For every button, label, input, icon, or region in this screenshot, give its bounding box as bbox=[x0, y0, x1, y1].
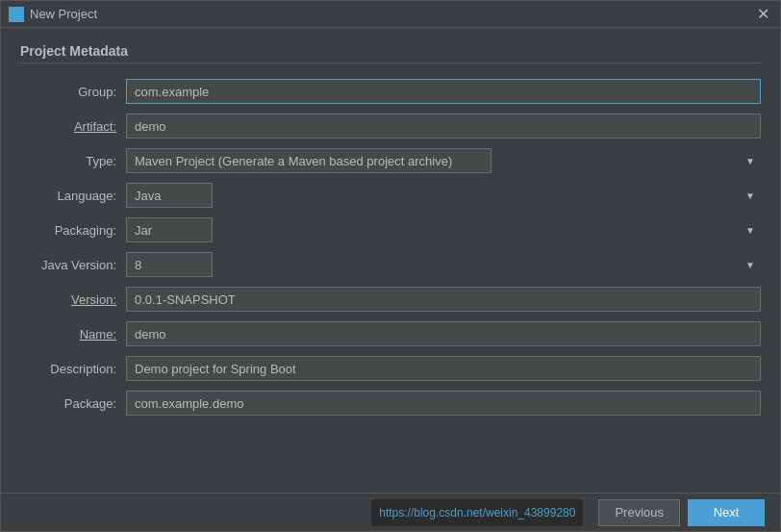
title-bar: New Project ✕ bbox=[1, 1, 780, 28]
packaging-select[interactable]: Jar War bbox=[126, 217, 213, 242]
version-label: Version: bbox=[20, 292, 126, 307]
group-label: Group: bbox=[20, 85, 126, 99]
section-title: Project Metadata bbox=[20, 43, 761, 63]
new-project-window: New Project ✕ Project Metadata Group: Ar… bbox=[0, 0, 781, 532]
package-input[interactable] bbox=[126, 391, 761, 416]
artifact-input-wrapper bbox=[126, 114, 761, 139]
type-select-arrow: ▼ bbox=[745, 156, 755, 166]
description-input-wrapper bbox=[126, 356, 761, 381]
previous-button[interactable]: Previous bbox=[598, 499, 680, 526]
window-title: New Project bbox=[30, 7, 97, 21]
window-icon bbox=[9, 7, 24, 22]
artifact-label: Artifact: bbox=[20, 119, 126, 134]
package-input-wrapper bbox=[126, 391, 761, 416]
packaging-select-wrapper: Jar War ▼ bbox=[126, 217, 761, 242]
language-select-arrow: ▼ bbox=[745, 190, 755, 201]
title-bar-left: New Project bbox=[9, 7, 97, 22]
packaging-select-arrow: ▼ bbox=[745, 225, 755, 236]
language-select-wrapper: Java Kotlin Groovy ▼ bbox=[126, 183, 761, 208]
url-bar: https://blog.csdn.net/weixin_43899280 bbox=[371, 499, 583, 526]
description-label: Description: bbox=[20, 362, 126, 376]
dialog-content: Project Metadata Group: Artifact: Type: bbox=[1, 28, 780, 493]
package-label: Package: bbox=[20, 396, 126, 411]
java-version-select-arrow: ▼ bbox=[745, 260, 755, 270]
group-input-wrapper bbox=[126, 79, 761, 104]
type-select[interactable]: Maven Project (Generate a Maven based pr… bbox=[126, 148, 491, 173]
group-input[interactable] bbox=[126, 79, 761, 104]
next-button[interactable]: Next bbox=[688, 499, 765, 526]
name-input-wrapper bbox=[126, 321, 761, 346]
type-select-wrapper: Maven Project (Generate a Maven based pr… bbox=[126, 148, 761, 173]
version-input-wrapper bbox=[126, 287, 761, 312]
type-label: Type: bbox=[20, 154, 126, 168]
packaging-label: Packaging: bbox=[20, 223, 126, 238]
language-select[interactable]: Java Kotlin Groovy bbox=[126, 183, 213, 208]
java-version-label: Java Version: bbox=[20, 258, 126, 272]
form-grid: Group: Artifact: Type: Maven Project (Ge… bbox=[20, 79, 761, 416]
java-version-select-wrapper: 8 11 17 ▼ bbox=[126, 252, 761, 277]
artifact-input[interactable] bbox=[126, 114, 761, 139]
version-input[interactable] bbox=[126, 287, 761, 312]
description-input[interactable] bbox=[126, 356, 761, 381]
language-label: Language: bbox=[20, 189, 126, 203]
dialog-footer: https://blog.csdn.net/weixin_43899280 Pr… bbox=[1, 493, 780, 531]
close-button[interactable]: ✕ bbox=[753, 5, 772, 24]
name-label: Name: bbox=[20, 327, 126, 342]
java-version-select[interactable]: 8 11 17 bbox=[126, 252, 213, 277]
name-input[interactable] bbox=[126, 321, 761, 346]
